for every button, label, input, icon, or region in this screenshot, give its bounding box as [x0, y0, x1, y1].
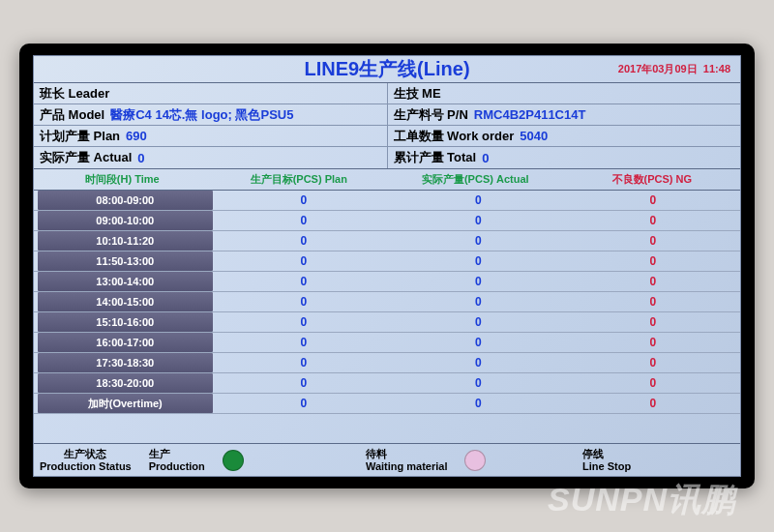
actual-cell: 0: [391, 295, 566, 309]
status-bar: 生产状态 Production Status 生产 Production 待料 …: [34, 443, 740, 476]
table-row: 18:30-20:00000: [34, 373, 740, 394]
status-waiting: 待料 Waiting material: [366, 448, 582, 471]
total-label: 累计产量 Total: [394, 149, 477, 166]
date-text: 2017年03月09日: [618, 63, 698, 74]
me-label: 生技 ME: [394, 85, 441, 103]
actual-cell: 0: [391, 356, 566, 369]
actual-cell: 0: [391, 376, 566, 390]
model-cell: 产品 Model 醫療C4 14芯.無 logo; 黑色PSU5: [34, 104, 388, 125]
status-title-en: Production Status: [40, 460, 132, 472]
status-waiting-cn: 待料: [366, 448, 387, 459]
status-waiting-en: Waiting material: [366, 460, 448, 472]
plan-cell: 0: [217, 234, 392, 248]
status-linestop: 停线 Line Stop: [582, 448, 734, 471]
title-bar: LINE9生产线(Line) 2017年03月09日 11:48: [34, 56, 740, 83]
table-row: 15:10-16:00000: [34, 312, 740, 333]
ng-cell: 0: [566, 397, 741, 410]
status-production-cn: 生产: [149, 448, 170, 459]
actual-value: 0: [137, 151, 144, 165]
time-cell: 11:50-13:00: [38, 251, 213, 271]
ng-cell: 0: [566, 254, 741, 268]
total-value: 0: [482, 151, 489, 165]
time-cell: 10:10-11:20: [38, 231, 213, 251]
monitor-frame: LINE9生产线(Line) 2017年03月09日 11:48 班长 Lead…: [19, 44, 755, 488]
time-text: 11:48: [703, 63, 730, 74]
time-cell: 14:00-15:00: [38, 292, 213, 311]
workorder-cell: 工单数量 Work order 5040: [388, 126, 741, 146]
workorder-label: 工单数量 Work order: [394, 128, 515, 145]
total-cell: 累计产量 Total 0: [388, 147, 741, 168]
time-cell: 17:30-18:30: [38, 353, 213, 372]
col-time: 时间段(H) Time: [34, 172, 211, 187]
time-cell: 15:10-16:00: [38, 312, 213, 332]
ng-cell: 0: [566, 234, 741, 248]
actual-cell: 0: [391, 275, 566, 288]
status-production: 生产 Production: [149, 448, 366, 471]
plan-cell: 0: [217, 356, 392, 369]
plan-cell: 0: [217, 376, 392, 390]
status-linestop-en: Line Stop: [582, 460, 631, 472]
ng-cell: 0: [566, 295, 741, 309]
leader-cell: 班长 Leader: [34, 83, 388, 103]
dashboard-screen: LINE9生产线(Line) 2017年03月09日 11:48 班长 Lead…: [33, 55, 741, 477]
ng-cell: 0: [566, 214, 741, 227]
actual-cell: 0: [391, 315, 566, 329]
plan-cell: 0: [217, 254, 392, 268]
ng-cell: 0: [566, 336, 741, 349]
plan-cell: 0: [217, 295, 392, 309]
plan-cell: 0: [217, 336, 392, 349]
table-row: 09:00-10:00000: [34, 211, 740, 231]
plan-cell: 计划产量 Plan 690: [34, 126, 388, 146]
model-label: 产品 Model: [40, 106, 104, 124]
time-cell: 18:30-20:00: [38, 373, 213, 393]
actual-cell: 实际产量 Actual 0: [34, 147, 388, 168]
status-title-cn: 生产状态: [64, 448, 106, 459]
table-row: 14:00-15:00000: [34, 292, 740, 312]
status-linestop-cn: 停线: [582, 448, 604, 459]
leader-label: 班长 Leader: [40, 85, 109, 103]
ng-cell: 0: [566, 275, 741, 288]
actual-cell: 0: [391, 254, 566, 268]
plan-label: 计划产量 Plan: [40, 128, 120, 145]
actual-cell: 0: [391, 193, 566, 207]
actual-cell: 0: [391, 234, 566, 248]
table-row: 10:10-11:20000: [34, 231, 740, 251]
status-waiting-dot: [464, 450, 486, 471]
status-production-dot: [223, 450, 244, 471]
actual-label: 实际产量 Actual: [40, 149, 132, 166]
table-row: 加时(Overtime)000: [34, 394, 740, 414]
model-value: 醫療C4 14芯.無 logo; 黑色PSU5: [110, 106, 293, 124]
plan-cell: 0: [217, 397, 392, 410]
time-cell: 加时(Overtime): [38, 394, 213, 413]
status-production-en: Production: [149, 460, 205, 472]
ng-cell: 0: [566, 315, 741, 329]
table-row: 11:50-13:00000: [34, 251, 740, 272]
actual-cell: 0: [391, 214, 566, 227]
table-row: 17:30-18:30000: [34, 353, 740, 373]
time-cell: 16:00-17:00: [38, 333, 213, 352]
plan-value: 690: [126, 129, 147, 143]
pn-value: RMC4B2P411C14T: [474, 107, 586, 122]
status-title: 生产状态 Production Status: [40, 448, 132, 471]
ng-cell: 0: [566, 376, 741, 390]
ng-cell: 0: [566, 356, 741, 369]
col-plan: 生产目标(PCS) Plan: [211, 172, 388, 187]
plan-cell: 0: [217, 193, 392, 207]
col-actual: 实际产量(PCS) Actual: [387, 172, 564, 187]
plan-cell: 0: [217, 275, 392, 288]
actual-cell: 0: [391, 336, 566, 349]
pn-label: 生产料号 P/N: [394, 106, 468, 124]
table-row: 13:00-14:00000: [34, 272, 740, 292]
table-header: 时间段(H) Time 生产目标(PCS) Plan 实际产量(PCS) Act…: [34, 169, 740, 191]
table-row: 08:00-09:00000: [34, 191, 740, 211]
ng-cell: 0: [566, 193, 741, 207]
time-cell: 09:00-10:00: [38, 211, 213, 230]
plan-cell: 0: [217, 214, 392, 227]
table-row: 16:00-17:00000: [34, 333, 740, 353]
plan-cell: 0: [217, 315, 392, 329]
page-title: LINE9生产线(Line): [304, 56, 469, 82]
pn-cell: 生产料号 P/N RMC4B2P411C14T: [388, 104, 741, 125]
time-cell: 08:00-09:00: [38, 191, 213, 210]
workorder-value: 5040: [520, 129, 548, 143]
col-ng: 不良数(PCS) NG: [564, 172, 741, 187]
